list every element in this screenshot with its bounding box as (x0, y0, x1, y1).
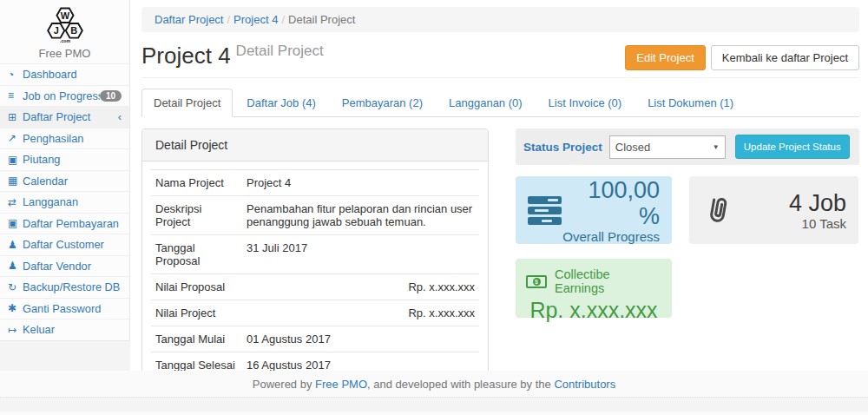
main-content: Daftar Project/Project 4/Detail Project … (130, 0, 868, 371)
tasks-count: 10 Task (789, 216, 846, 231)
sidebar-item-daftar-pembayaran[interactable]: ▣ Daftar Pembayaran (0, 213, 129, 234)
panel-title: Detail Project (142, 129, 488, 161)
chevron-down-icon: ▼ (713, 143, 720, 151)
breadcrumb-separator: / (223, 13, 233, 26)
sidebar-item-langganan[interactable]: ⇄ Langganan (0, 191, 129, 213)
tab-list-dokumen[interactable]: List Dokumen (1) (635, 89, 746, 117)
page-header: Project 4 Detail Project Edit Project Ke… (141, 43, 859, 78)
jwb-logo-icon: W J B .com (23, 5, 108, 43)
table-row: Nilai Project Rp. x.xxx.xxx (151, 300, 479, 326)
footer-strip (0, 397, 868, 412)
sidebar-item-backup-restore-db[interactable]: ↻ Backup/Restore DB (0, 276, 129, 298)
earnings-title: Collectibe Earnings (555, 267, 661, 295)
chevron-left-icon: ‹ (118, 110, 122, 123)
page-subtitle: Detail Project (236, 43, 324, 60)
sidebar-column: W J B .com Free PMO ◔ Dashboard ≡ Job on… (0, 0, 130, 371)
back-to-project-list-button[interactable]: Kembali ke daftar Project (711, 45, 859, 70)
sidebar-item-daftar-project[interactable]: ⊞ Daftar Project ‹ (0, 106, 129, 128)
status-project-bar: Status Project Closed ▼ Update Project S… (516, 128, 859, 165)
tab-daftar-job[interactable]: Daftar Job (4) (234, 89, 327, 117)
retweet-icon: ⇄ (8, 196, 23, 208)
status-select[interactable]: Closed ▼ (609, 135, 726, 159)
contributors-link[interactable]: Contributors (554, 378, 615, 391)
tab-pembayaran[interactable]: Pembayaran (2) (330, 89, 435, 117)
table-icon: ⊞ (8, 111, 23, 123)
lock-icon: ✱ (8, 302, 23, 314)
earnings-value: Rp. x.xxx.xxx (526, 298, 661, 323)
dashboard-icon: ◔ (8, 69, 23, 81)
breadcrumb: Daftar Project/Project 4/Detail Project (141, 7, 859, 32)
overall-progress-card: 100,00 % Overall Progress (516, 176, 672, 244)
table-row: Nilai Proposal Rp. x.xxx.xxx (151, 274, 479, 300)
sidebar-item-calendar[interactable]: ▦ Calendar (0, 170, 129, 192)
footer: Powered by Free PMO, and developed with … (0, 371, 868, 415)
detail-project-panel: Detail Project Nama Project Project 4 De… (141, 128, 489, 371)
status-project-label: Status Project (523, 141, 602, 154)
tab-detail-project[interactable]: Detail Project (141, 89, 233, 117)
sidebar-item-daftar-customer[interactable]: ♟ Daftar Customer (0, 234, 129, 255)
banknote-icon: $ (526, 275, 547, 288)
sidebar-item-dashboard[interactable]: ◔ Dashboard (0, 63, 129, 85)
table-row: Deskripsi Project Penambahan fitur pelap… (151, 196, 479, 235)
collectible-earnings-card: $ Collectibe Earnings Rp. x.xxx.xxx (516, 259, 672, 318)
calendar-icon: ▦ (8, 175, 23, 187)
brand-name: Free PMO (0, 47, 129, 60)
breadcrumb-current: Detail Project (288, 13, 355, 26)
paperclip-icon (699, 190, 737, 230)
sidebar-item-piutang[interactable]: ▣ Piutang (0, 148, 129, 170)
breadcrumb-link-project-4[interactable]: Project 4 (233, 13, 278, 26)
sidebar-item-keluar[interactable]: ↦ Keluar (0, 319, 129, 340)
app-window: W J B .com Free PMO ◔ Dashboard ≡ Job on… (0, 0, 868, 415)
table-row: Tanggal Proposal 31 Juli 2017 (151, 235, 479, 274)
update-project-status-button[interactable]: Update Project Status (735, 135, 850, 159)
footer-text: , and developed with pleasure by the (367, 378, 554, 391)
money-icon: ▣ (8, 217, 23, 229)
tab-bar: Detail Project Daftar Job (4) Pembayaran… (141, 89, 859, 117)
logo-letter-w: W (60, 10, 69, 21)
free-pmo-link[interactable]: Free PMO (315, 378, 367, 391)
progress-caption: Overall Progress (562, 229, 660, 244)
tab-list-invoice[interactable]: List Invoice (0) (536, 89, 635, 117)
refresh-icon: ↻ (8, 281, 23, 293)
sign-out-icon: ↦ (8, 324, 23, 336)
sidebar: W J B .com Free PMO ◔ Dashboard ≡ Job on… (0, 0, 130, 341)
edit-project-button[interactable]: Edit Project (625, 45, 705, 70)
users-icon: ♟ (8, 260, 23, 272)
tasks-list-icon: ≡ (8, 89, 23, 102)
sidebar-item-penghasilan[interactable]: ↗ Penghasilan (0, 128, 129, 149)
logo-com-text: .com (60, 38, 70, 43)
logo-link[interactable]: W J B .com Free PMO (0, 0, 129, 63)
tasks-icon (528, 194, 562, 227)
job-count-badge: 10 (100, 90, 122, 102)
sidebar-item-ganti-password[interactable]: ✱ Ganti Password (0, 298, 129, 319)
breadcrumb-separator: / (278, 13, 288, 26)
breadcrumb-link-daftar-project[interactable]: Daftar Project (155, 13, 223, 26)
jobs-value: 4 Job (789, 190, 846, 216)
footer-text: Powered by (253, 378, 315, 391)
sidebar-item-job-on-progress[interactable]: ≡ Job on Progress 10 (0, 85, 129, 107)
table-row: Nama Project Project 4 (151, 170, 479, 196)
table-row: Tanggal Selesai 16 Agustus 2017 (151, 352, 479, 372)
table-row: Tanggal Mulai 01 Agustus 2017 (151, 326, 479, 352)
line-chart-icon: ↗ (8, 132, 23, 144)
logo-letter-b: B (70, 25, 77, 36)
sidebar-item-daftar-vendor[interactable]: ♟ Daftar Vendor (0, 255, 129, 277)
money-icon: ▣ (8, 154, 23, 166)
users-icon: ♟ (8, 239, 23, 251)
jobs-card: 4 Job 10 Task (689, 176, 858, 244)
progress-value: 100,00 % (562, 177, 660, 229)
logo-letter-j: J (53, 25, 58, 36)
tab-langganan[interactable]: Langganan (0) (437, 89, 535, 117)
page-title: Project 4 (141, 43, 231, 69)
